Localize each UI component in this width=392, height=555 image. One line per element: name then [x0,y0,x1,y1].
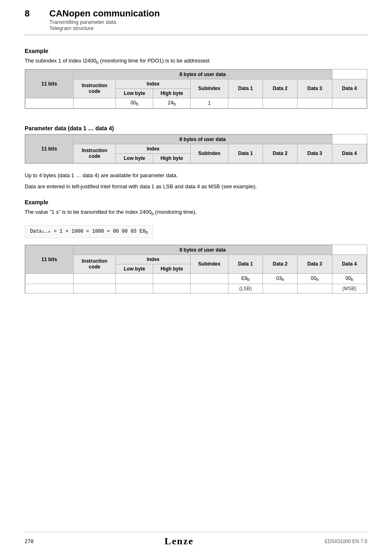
table1-col-high-byte: High byte [153,88,191,98]
table3-data2-cell: 03h [263,273,297,284]
footer-page-number: 278 [25,538,34,544]
table1-lowbyte-cell: 00h [116,98,153,108]
text-available: Up to 4 bytes (data 1 … data 4) are avai… [25,171,367,180]
table1-col-data4: Data 4 [332,79,367,98]
table1-data4-cell [332,98,367,108]
chapter-number: 8 [25,8,37,19]
table1-subindex-cell: 1 [190,98,228,108]
table3-data4-cell: 00h [332,273,367,284]
table1-col-low-byte: Low byte [116,88,153,98]
table2-col-data4: Data 4 [332,144,367,163]
table3-highbyte-cell [153,273,191,284]
table2-col-index: Index [116,144,190,153]
example2-section: Example The value "1 s" is to be transmi… [25,199,367,217]
table1-row1: 00h 24h 1 [25,98,367,108]
footer-doc-ref: EDSIO1000 EN 7.0 [325,539,367,544]
table2-col-instruction: Instructioncode [73,144,116,163]
table3-instruction-cell [73,273,116,284]
header-text: CANopen communication Transmitting param… [49,8,160,31]
table2-col-data1: Data 1 [228,144,263,163]
table2-col-high-byte: High byte [153,153,191,163]
table1-col-data3: Data 3 [297,79,332,98]
table1-col-index: Index [116,79,190,88]
table3-col-data1: Data 1 [228,254,263,273]
table1-identifier-cell [25,98,74,108]
chapter-title: CANopen communication [49,8,160,19]
table3-col-identifier: 11 bits [25,245,74,273]
table1-col-data2: Data 2 [263,79,297,98]
text-format: Data are entered in left-justified Intel… [25,183,367,191]
table1-data2-cell [263,98,297,108]
table1-data3-cell [297,98,332,108]
table3-identifier-cell [25,273,74,284]
table2-col-identifier: 11 bits [25,134,74,163]
lsb-label: (LSB) [228,284,263,294]
table2-col-low-byte: Low byte [116,153,153,163]
param-data-section: Parameter data (data 1 … data 4) 11 bits… [25,125,367,191]
table3-lsbmsb-row: (LSB) (MSB) [25,284,367,294]
table3: 11 bits 8 bytes of user data Instruction… [25,245,367,294]
table3-data3-cell: 00h [297,273,332,284]
example1-text: The subindex 1 of index I2400h (monitori… [25,57,367,66]
table3-col-data3: Data 3 [297,254,332,273]
chapter-subtitle1: Transmitting parameter data [49,19,160,25]
table1-col-subindex: Subindex [190,79,228,98]
table3-col-high-byte: High byte [153,264,191,273]
example2-heading: Example [25,199,367,206]
table2-col-data3: Data 3 [297,144,332,163]
table2-col-subindex: Subindex [190,144,228,163]
example1-heading: Example [25,48,367,54]
table3-data-row: E8h 03h 00h 00h [25,273,367,284]
table3-col-instruction: Instructioncode [73,254,116,273]
table2: 11 bits 8 bytes of user data Instruction… [25,134,367,164]
table1-highbyte-cell: 24h [153,98,191,108]
table1-col-userdata: 8 bytes of user data [73,69,332,79]
table1: 11 bits 8 bytes of user data Instruction… [25,69,367,109]
table3-col-subindex: Subindex [190,254,228,273]
table3-lowbyte-cell [116,273,153,284]
table1-col-instruction: Instructioncode [73,79,116,98]
msb-label: (MSB) [332,284,367,294]
footer-logo: Lenze [164,536,194,547]
table2-col-data2: Data 2 [263,144,297,163]
table3-subindex-cell [190,273,228,284]
table3-col-data4: Data 4 [332,254,367,273]
page-footer: 278 Lenze EDSIO1000 EN 7.0 [25,532,367,547]
table3-data1-cell: E8h [228,273,263,284]
param-data-heading: Parameter data (data 1 … data 4) [25,125,367,132]
page-header: 8 CANopen communication Transmitting par… [25,8,367,35]
table3-col-data2: Data 2 [263,254,297,273]
table1-col-data1: Data 1 [228,79,263,98]
table1-data1-cell [228,98,263,108]
formula-line: Data₁…₄ = 1 × 1000 = 1000 = 00 00 03 E8h [25,225,153,238]
table2-col-userdata: 8 bytes of user data [73,134,332,144]
table1-col-identifier: 11 bits [25,69,74,98]
table3-col-index: Index [116,254,190,264]
table3-col-low-byte: Low byte [116,264,153,273]
example1-section: Example The subindex 1 of index I2400h (… [25,48,367,117]
chapter-subtitle2: Telegram structure [49,25,160,31]
table3-col-userdata: 8 bytes of user data [73,245,332,254]
table1-instruction-cell [73,98,116,108]
example2-text: The value "1 s" is to be transmitted for… [25,208,367,217]
